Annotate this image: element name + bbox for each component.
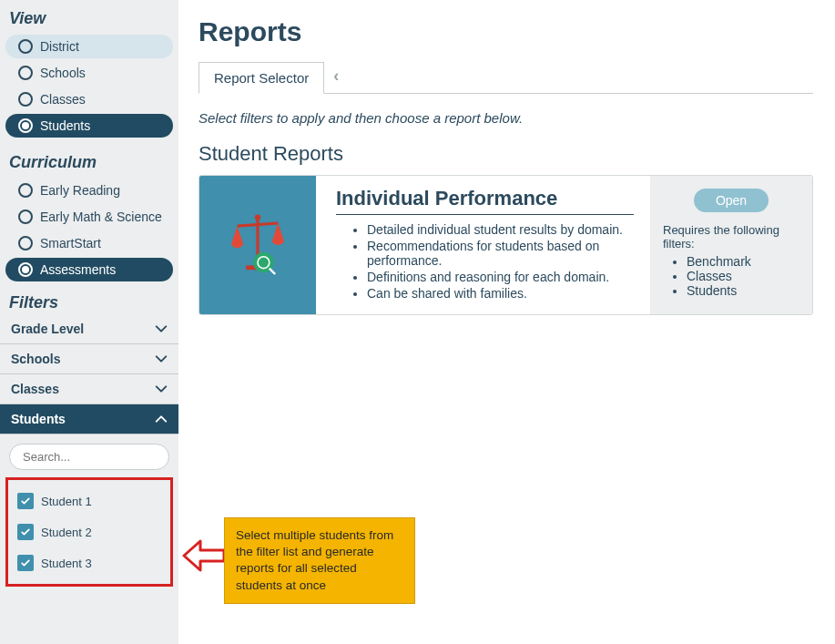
student-label: Student 3: [41, 557, 92, 570]
curriculum-item-smartstart[interactable]: SmartStart: [5, 231, 173, 255]
curriculum-heading: Curriculum: [0, 140, 178, 176]
report-bullet: Detailed individual student results by d…: [367, 222, 634, 237]
filter-row-label: Students: [11, 412, 66, 426]
curriculum-item-early-reading[interactable]: Early Reading: [5, 179, 173, 202]
filter-row-label: Grade Level: [11, 322, 84, 336]
view-item-label: Classes: [40, 92, 86, 107]
radio-icon: [18, 39, 33, 54]
view-item-district[interactable]: District: [5, 35, 173, 58]
chevron-down-icon: [155, 322, 168, 335]
view-item-classes[interactable]: Classes: [5, 87, 173, 111]
radio-icon: [18, 118, 33, 133]
svg-point-2: [255, 214, 260, 220]
requires-list: Benchmark Classes Students: [663, 254, 799, 298]
filter-row-classes[interactable]: Classes: [0, 374, 178, 404]
report-bullet: Recommendations for students based on pe…: [367, 239, 634, 268]
checkbox-checked-icon: [17, 524, 34, 540]
checkbox-checked-icon: [17, 493, 34, 509]
radio-icon: [18, 262, 33, 277]
page-title: Reports: [199, 16, 813, 47]
report-card: Individual Performance Detailed individu…: [199, 175, 813, 315]
curriculum-item-label: Early Reading: [40, 183, 120, 198]
report-card-body: Individual Performance Detailed individu…: [316, 176, 650, 314]
filter-row-label: Schools: [11, 352, 60, 366]
filter-row-grade-level[interactable]: Grade Level: [0, 314, 178, 344]
requires-label: Requires the following filters:: [663, 223, 799, 250]
filter-row-students[interactable]: Students: [0, 404, 178, 434]
curriculum-item-label: SmartStart: [40, 236, 101, 250]
chevron-down-icon: [155, 353, 168, 365]
curriculum-item-label: Assessments: [40, 262, 116, 277]
filters-heading: Filters: [0, 284, 178, 314]
curriculum-item-early-math[interactable]: Early Math & Science: [5, 205, 173, 229]
student-label: Student 1: [41, 495, 92, 508]
requires-item: Benchmark: [687, 254, 799, 269]
view-item-label: Students: [40, 118, 90, 133]
annotation-arrow-icon: [182, 537, 224, 577]
balance-scale-icon: [221, 209, 294, 281]
requires-item: Students: [687, 283, 799, 298]
radio-icon: [18, 210, 33, 224]
search-input[interactable]: [9, 444, 169, 470]
chevron-down-icon: [155, 383, 168, 395]
checkbox-checked-icon: [17, 555, 34, 571]
tab-report-selector[interactable]: Report Selector: [199, 62, 324, 94]
report-card-title: Individual Performance: [336, 187, 634, 215]
report-card-aside: Open Requires the following filters: Ben…: [650, 176, 812, 314]
radio-icon: [18, 66, 33, 80]
student-checkbox-item[interactable]: Student 2: [12, 516, 167, 547]
open-button[interactable]: Open: [694, 189, 769, 212]
requires-item: Classes: [687, 269, 799, 283]
view-item-schools[interactable]: Schools: [5, 61, 173, 85]
filter-row-label: Classes: [11, 382, 59, 396]
svg-line-1: [238, 223, 279, 226]
student-checkbox-item[interactable]: Student 1: [12, 486, 167, 516]
students-checklist-highlight: Student 1 Student 2 Student 3: [5, 477, 173, 587]
svg-line-6: [270, 269, 275, 274]
radio-icon: [18, 236, 33, 250]
main-content: Reports Report Selector ‹ Select filters…: [178, 0, 835, 644]
report-bullet: Can be shared with families.: [367, 286, 634, 301]
chevron-left-icon[interactable]: ‹: [333, 66, 339, 89]
report-card-bullets: Detailed individual student results by d…: [336, 222, 634, 301]
filter-row-schools[interactable]: Schools: [0, 344, 178, 374]
chevron-up-icon: [155, 413, 168, 425]
student-label: Student 2: [41, 526, 92, 539]
view-item-students[interactable]: Students: [5, 114, 173, 138]
tab-row: Report Selector ‹: [199, 62, 813, 94]
view-heading: View: [0, 4, 178, 32]
section-title: Student Reports: [199, 142, 813, 166]
view-item-label: Schools: [40, 66, 86, 80]
radio-icon: [18, 92, 33, 107]
report-bullet: Definitions and reasoning for each domai…: [367, 270, 634, 284]
sidebar: View District Schools Classes Students C…: [0, 0, 178, 644]
view-item-label: District: [40, 39, 79, 54]
curriculum-item-assessments[interactable]: Assessments: [5, 258, 173, 281]
curriculum-item-label: Early Math & Science: [40, 210, 162, 224]
search-wrap: [0, 434, 178, 477]
radio-icon: [18, 183, 33, 198]
annotation-callout: Select multiple students from the filter…: [224, 517, 415, 604]
student-checkbox-item[interactable]: Student 3: [12, 547, 167, 578]
report-card-icon-panel: [199, 176, 316, 314]
instruction-text: Select filters to apply and then choose …: [199, 94, 813, 142]
